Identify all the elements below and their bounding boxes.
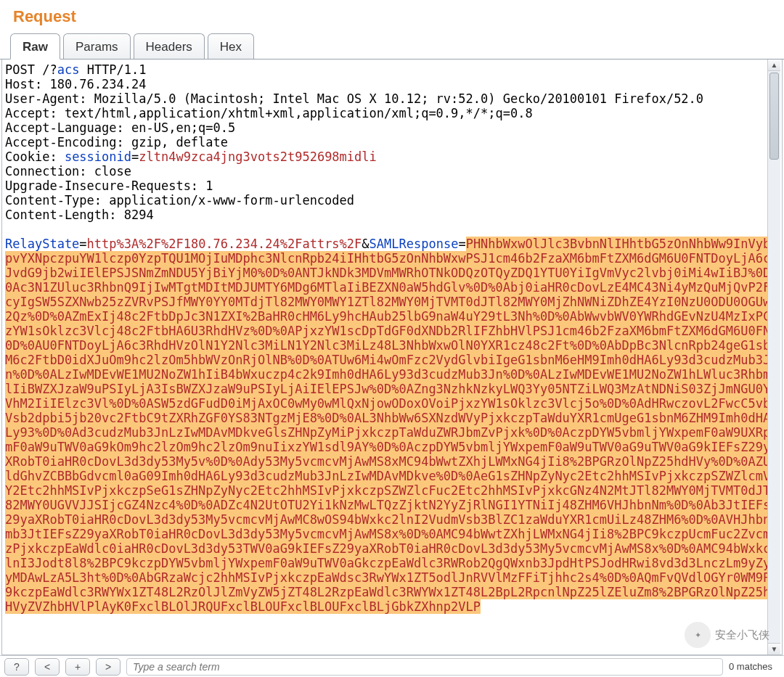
http-method: POST: [5, 62, 35, 77]
samlresponse-value: PHNhbWxwOlJlc3BvbnNlIHhtbG5zOnNhbWw9InVy…: [5, 237, 778, 614]
relaystate-key: RelayState: [5, 237, 79, 251]
saml-eq: =: [458, 237, 465, 251]
cookie-eq: =: [131, 149, 139, 164]
cookie-name: sessionid: [65, 149, 131, 164]
cookie-label: Cookie:: [5, 149, 65, 164]
search-input[interactable]: [126, 658, 723, 676]
samlresponse-key: SAMLResponse: [369, 237, 459, 251]
tab-params[interactable]: Params: [63, 33, 131, 60]
headers-block-bottom: Connection: close Upgrade-Insecure-Reque…: [5, 164, 354, 222]
cookie-value: zltn4w9zca4jng3vots2t952698midli: [139, 149, 377, 164]
match-count: 0 matches: [729, 661, 777, 672]
amp: &: [362, 237, 369, 251]
forward-button[interactable]: >: [96, 658, 121, 676]
tab-headers[interactable]: Headers: [134, 33, 205, 60]
tab-hex[interactable]: Hex: [208, 33, 254, 60]
scroll-down-button[interactable]: ▼: [768, 643, 780, 655]
help-button[interactable]: ?: [4, 658, 29, 676]
relay-eq: =: [79, 237, 86, 251]
section-title: Request: [0, 0, 784, 32]
add-button[interactable]: +: [65, 658, 90, 676]
back-button[interactable]: <: [35, 658, 60, 676]
http-version: HTTP/1.1: [87, 62, 147, 77]
path-keyword: acs: [57, 62, 80, 77]
headers-block-top: Host: 180.76.234.24 User-Agent: Mozilla/…: [5, 77, 703, 149]
tab-raw[interactable]: Raw: [10, 33, 60, 60]
scroll-thumb[interactable]: [769, 73, 779, 160]
tab-bar: Raw Params Headers Hex: [0, 32, 784, 60]
footer-bar: ? < + > 0 matches: [0, 655, 784, 677]
relaystate-value: http%3A%2F%2F180.76.234.24%2Fattrs%2F: [87, 237, 362, 251]
scroll-up-button[interactable]: ▲: [768, 60, 780, 71]
vertical-scrollbar[interactable]: ▲ ▼: [767, 60, 780, 655]
raw-request-text[interactable]: POST /?acs HTTP/1.1 Host: 180.76.234.24 …: [2, 60, 782, 655]
request-pane: POST /?acs HTTP/1.1 Host: 180.76.234.24 …: [1, 60, 783, 655]
scroll-track[interactable]: [768, 71, 780, 643]
path-prefix: /?: [42, 62, 57, 77]
